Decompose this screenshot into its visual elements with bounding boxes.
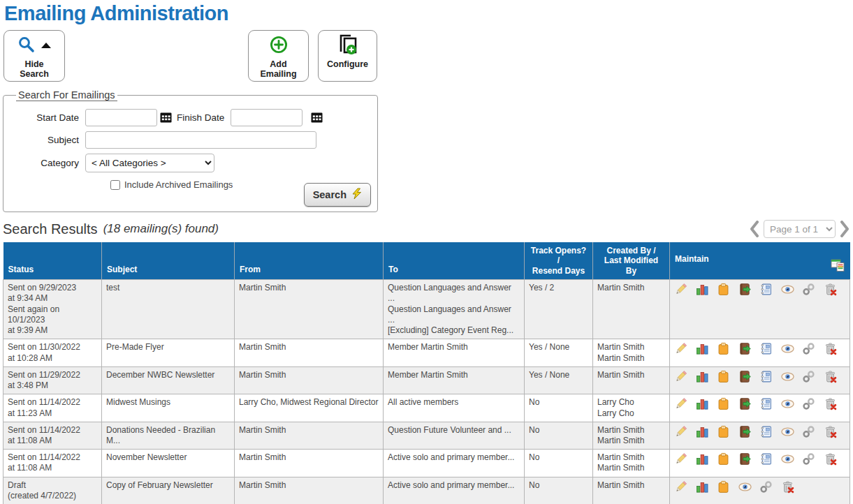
column-header-from: From	[235, 242, 384, 280]
delete-icon[interactable]	[824, 425, 837, 438]
delete-icon[interactable]	[824, 342, 837, 355]
resend-icon[interactable]	[738, 452, 752, 466]
statistics-icon[interactable]	[696, 370, 709, 383]
configure-label: Configure	[327, 59, 368, 69]
category-select[interactable]: < All Categories >	[85, 154, 214, 172]
recipients-icon[interactable]	[759, 397, 773, 410]
copy-icon[interactable]	[717, 425, 730, 438]
edit-icon[interactable]	[674, 342, 687, 355]
cell-status: Sent on 11/14/2022 at 11:08 AM	[3, 422, 102, 449]
cell-status: Sent on 11/30/2022 at 10:28 AM	[3, 339, 102, 366]
start-date-calendar-icon[interactable]	[160, 112, 173, 124]
cell-created: Martin Smith	[593, 366, 670, 394]
statistics-icon[interactable]	[696, 342, 709, 355]
edit-icon[interactable]	[674, 480, 687, 494]
copy-icon[interactable]	[717, 480, 730, 494]
include-archived-label: Include Archived Emailings	[124, 179, 233, 190]
recipients-icon[interactable]	[759, 283, 773, 296]
previous-page-icon[interactable]	[749, 221, 759, 237]
finish-date-calendar-icon[interactable]	[311, 112, 323, 124]
page-select[interactable]: Page 1 of 1	[764, 220, 836, 238]
preview-icon[interactable]	[781, 283, 794, 296]
delete-icon[interactable]	[824, 452, 837, 466]
delete-icon[interactable]	[824, 283, 837, 296]
hide-search-button[interactable]: Hide Search	[3, 30, 65, 82]
category-label: Category	[9, 158, 79, 168]
start-date-input[interactable]	[85, 109, 157, 126]
subject-input[interactable]	[85, 131, 316, 149]
delete-icon[interactable]	[824, 397, 837, 410]
hide-search-label: Hide Search	[20, 59, 49, 80]
recipients-icon[interactable]	[759, 452, 773, 466]
copy-icon[interactable]	[717, 342, 730, 355]
links-icon[interactable]	[802, 397, 815, 410]
recipients-icon[interactable]	[759, 370, 773, 383]
links-icon[interactable]	[802, 425, 815, 438]
cell-from: Larry Cho, Midwest Regional Director	[235, 394, 384, 422]
copy-icon[interactable]	[717, 283, 730, 296]
include-archived-checkbox[interactable]	[110, 180, 120, 190]
cell-status: Sent on 11/29/2022 at 3:48 PM	[3, 366, 102, 394]
links-icon[interactable]	[759, 480, 773, 494]
delete-icon[interactable]	[824, 370, 837, 383]
statistics-icon[interactable]	[696, 397, 709, 410]
preview-icon[interactable]	[781, 397, 794, 410]
finish-date-input[interactable]	[231, 109, 302, 126]
links-icon[interactable]	[802, 370, 815, 383]
copy-icon[interactable]	[717, 370, 730, 383]
cell-track: Yes / 2	[525, 280, 593, 339]
resend-icon[interactable]	[738, 370, 752, 383]
delete-icon[interactable]	[781, 480, 794, 494]
search-button[interactable]: Search	[304, 183, 371, 207]
cell-status: Draft (created 4/7/2022)	[3, 477, 102, 504]
configure-button[interactable]: Configure	[318, 30, 377, 82]
recipients-icon[interactable]	[759, 425, 773, 438]
links-icon[interactable]	[802, 342, 815, 355]
results-table: Status Subject From To Track Opens? / Re…	[3, 242, 850, 504]
column-header-maintain: Maintain	[670, 242, 850, 280]
search-icon	[17, 36, 36, 57]
edit-icon[interactable]	[674, 452, 687, 466]
cell-maintain	[670, 450, 850, 477]
copy-icon[interactable]	[717, 452, 730, 466]
preview-icon[interactable]	[781, 452, 794, 466]
preview-icon[interactable]	[781, 370, 794, 383]
resend-icon[interactable]	[738, 283, 752, 296]
add-emailing-button[interactable]: Add Emailing	[248, 30, 309, 82]
cell-to: All active members	[384, 394, 525, 422]
statistics-icon[interactable]	[696, 283, 709, 296]
links-icon[interactable]	[802, 452, 815, 466]
resend-icon[interactable]	[738, 342, 752, 355]
edit-icon[interactable]	[674, 370, 687, 383]
resend-icon[interactable]	[738, 425, 752, 438]
statistics-icon[interactable]	[696, 480, 709, 494]
cell-track: No	[525, 477, 593, 504]
statistics-icon[interactable]	[696, 425, 709, 438]
preview-icon[interactable]	[781, 425, 794, 438]
table-row: Draft (created 4/7/2022) Copy of Februar…	[3, 477, 850, 504]
edit-icon[interactable]	[674, 397, 687, 410]
next-page-icon[interactable]	[840, 221, 850, 237]
cell-subject: November Newsletter	[102, 450, 235, 477]
links-icon[interactable]	[802, 283, 815, 296]
export-table-icon[interactable]	[831, 248, 845, 274]
results-heading: Search Results	[3, 221, 98, 237]
copy-icon[interactable]	[717, 397, 730, 410]
cell-track: No	[525, 422, 593, 449]
cell-created: Martin Smith	[593, 477, 670, 504]
cell-maintain	[670, 366, 850, 394]
cell-from: Martin Smith	[235, 339, 384, 366]
cell-created: Martin Smith Martin Smith	[593, 422, 670, 449]
statistics-icon[interactable]	[696, 452, 709, 466]
cell-from: Martin Smith	[235, 450, 384, 477]
preview-icon[interactable]	[781, 342, 794, 355]
search-for-emailings-panel: Search For Emailings Start Date Finish D…	[3, 89, 378, 212]
edit-icon[interactable]	[674, 425, 687, 438]
column-header-to: To	[384, 242, 525, 280]
table-header-row: Status Subject From To Track Opens? / Re…	[3, 242, 850, 280]
edit-icon[interactable]	[674, 283, 687, 296]
page-title: Emailing Administration	[4, 2, 853, 25]
resend-icon[interactable]	[738, 397, 752, 410]
preview-icon[interactable]	[738, 480, 752, 494]
recipients-icon[interactable]	[759, 342, 773, 355]
